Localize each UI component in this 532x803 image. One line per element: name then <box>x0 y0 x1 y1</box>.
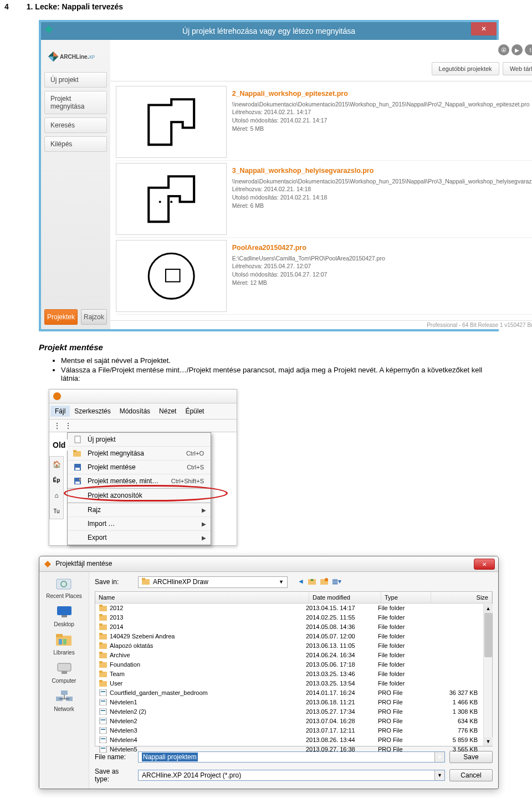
file-row[interactable]: Névtelen2 (2)2013.05.27. 17:34PRO File1 … <box>95 707 492 717</box>
rss-icon[interactable]: ⦿ <box>498 44 509 55</box>
menu-modositas[interactable]: Módosítás <box>115 406 155 417</box>
file-row[interactable]: 20122013.04.15. 14:17File folder <box>95 603 492 613</box>
chevron-down-icon[interactable]: ▼ <box>434 752 444 762</box>
close-icon: ✕ <box>482 561 487 567</box>
file-row[interactable]: 20142014.05.08. 14:36File folder <box>95 622 492 632</box>
file-row[interactable]: Archive2014.06.24. 16:34File folder <box>95 651 492 660</box>
up-folder-icon[interactable] <box>308 577 316 587</box>
project-item[interactable]: 2_Nappali_workshop_epiteszet.pro\\newrod… <box>116 84 532 161</box>
save-as-type-field[interactable]: ARCHline.XP 2014 Project (*.pro) ▼ <box>138 770 445 781</box>
file-row[interactable]: 20132014.02.25. 11:55File folder <box>95 613 492 622</box>
col-size[interactable]: Size <box>431 592 492 603</box>
menu-fajl[interactable]: Fájl <box>50 406 70 417</box>
project-size: Méret: 12 MB <box>232 279 532 287</box>
youtube-icon[interactable]: ▶ <box>511 44 523 55</box>
svg-rect-52 <box>99 652 103 654</box>
room-icon[interactable]: ⌂ <box>51 490 62 501</box>
file-name: 140429 Szebeni Andrea <box>110 633 175 640</box>
bullet-2: Válassza a File/Projekt mentése mint…/Pr… <box>61 366 499 382</box>
file-name: Névtelen4 <box>110 736 137 743</box>
file-date: 2014.01.17. 16:24 <box>306 689 378 696</box>
file-name: Névtelen2 <box>110 718 137 724</box>
file-row[interactable]: Névtelen42013.08.26. 13:44PRO File5 859 … <box>95 735 492 745</box>
chevron-down-icon[interactable]: ▼ <box>279 579 284 585</box>
file-row[interactable]: Névtelen22013.07.04. 16:28PRO File634 KB <box>95 717 492 726</box>
save-in-field[interactable]: ARCHlineXP Draw ▼ <box>138 576 288 588</box>
file-row[interactable]: 140429 Szebeni Andrea2014.05.07. 12:00Fi… <box>95 632 492 641</box>
place-item[interactable]: Recent Places <box>46 575 81 599</box>
tu-icon[interactable]: Tu <box>51 505 62 516</box>
app-ball-icon[interactable] <box>53 392 62 401</box>
home-icon[interactable]: 🏠 <box>51 459 62 470</box>
sidebar-new-project[interactable]: Új projekt <box>44 72 107 88</box>
menu-szerkesztes[interactable]: Szerkesztés <box>70 406 115 417</box>
menu-item[interactable]: Projekt mentéseCtrl+S <box>68 461 211 474</box>
ep-icon[interactable]: Ép <box>51 474 62 485</box>
scrollbar[interactable]: ▲ ▼ <box>483 604 492 746</box>
scroll-up-icon[interactable]: ▲ <box>484 604 493 613</box>
menu-epulet[interactable]: Épület <box>181 406 208 417</box>
close-button[interactable]: ✕ <box>471 22 497 35</box>
place-item[interactable]: Computer <box>52 660 76 684</box>
tab-web-storage[interactable]: Web tárhely <box>503 62 532 75</box>
file-row[interactable]: User2013.03.25. 13:54File folder <box>95 679 492 688</box>
footer-rajzok-button[interactable]: Rajzok <box>81 309 107 325</box>
place-label: Network <box>54 706 74 712</box>
menu-item-icon <box>72 491 83 500</box>
project-item[interactable]: 3_Nappali_workshop_helyisegvarazslo.pro\… <box>116 161 532 238</box>
footer-projektek-button[interactable]: Projektek <box>44 309 78 325</box>
folder-icon <box>99 679 108 687</box>
file-date: 2014.05.08. 14:36 <box>306 623 378 630</box>
file-row[interactable]: Foundation2013.05.06. 17:18File folder <box>95 660 492 669</box>
place-item[interactable]: Desktop <box>54 603 74 627</box>
view-menu-icon[interactable]: ▦▾ <box>332 577 341 587</box>
menu-item[interactable]: Projekt megnyitásaCtrl+O <box>68 447 211 461</box>
chevron-down-icon[interactable]: ▼ <box>434 770 444 780</box>
sidebar-search[interactable]: Keresés <box>44 117 107 133</box>
new-folder-icon[interactable] <box>320 577 329 587</box>
sidebar-quit[interactable]: Kilépés <box>44 136 107 152</box>
toolbar-icon[interactable]: ⋮ <box>53 421 62 430</box>
file-row[interactable]: Alapozó oktatás2013.06.13. 11:05File fol… <box>95 641 492 651</box>
file-row[interactable]: Névtelen32013.07.17. 12:11PRO File776 KB <box>95 726 492 735</box>
page-chapter-title: 1. Lecke: Nappali tervezés <box>27 2 123 11</box>
place-item[interactable]: Libraries <box>53 632 74 656</box>
project-item[interactable]: PoolArea20150427.proE:\CadlineUsers\Cami… <box>116 238 532 315</box>
col-name[interactable]: Name <box>95 592 309 603</box>
scroll-down-icon[interactable]: ▼ <box>484 737 493 746</box>
file-size: 36 327 KB <box>428 689 489 696</box>
menu-item[interactable]: Projekt azonosítók <box>68 488 211 503</box>
menu-item[interactable]: Új projekt <box>68 433 211 447</box>
scroll-thumb[interactable] <box>484 613 492 657</box>
filename-field[interactable]: Nappali projektem ▼ <box>138 751 445 763</box>
menu-item-label: Projekt megnyitása <box>88 449 186 457</box>
cancel-button[interactable]: Cancel <box>449 769 493 781</box>
menu-item[interactable]: Projekt mentése, mint…Ctrl+Shift+S <box>68 474 211 488</box>
menu-item[interactable]: Export▶ <box>68 531 211 545</box>
file-type: PRO File <box>378 736 428 743</box>
col-type[interactable]: Type <box>381 592 431 603</box>
menu-nezet[interactable]: Nézet <box>155 406 181 417</box>
file-type: File folder <box>378 652 428 658</box>
file-date: 2013.06.13. 11:05 <box>306 642 378 649</box>
project-created: Létrehozva: 2014.02.21. 14:18 <box>232 185 532 193</box>
sidebar-open-project[interactable]: Projekt megnyitása <box>44 91 107 114</box>
toolbar-icon[interactable]: ⋮ <box>64 421 73 430</box>
folder-icon <box>142 578 150 586</box>
section-heading: Projekt mentése <box>39 342 499 352</box>
menu-item[interactable]: Import …▶ <box>68 517 211 531</box>
back-icon[interactable]: ◄ <box>298 577 304 587</box>
twitter-icon[interactable]: t <box>525 44 532 55</box>
filename-label: File name: <box>95 753 134 761</box>
file-row[interactable]: Névtelen12013.06.18. 11:21PRO File1 466 … <box>95 698 492 707</box>
file-row[interactable]: Courtfield_garden_master_bedroom2014.01.… <box>95 688 492 698</box>
tab-recent-projects[interactable]: Legutóbbi projektek <box>432 62 499 75</box>
place-item[interactable]: Network <box>54 688 74 712</box>
file-date: 2013.08.26. 13:44 <box>306 736 378 743</box>
menu-item[interactable]: Rajz▶ <box>68 503 211 517</box>
svg-rect-65 <box>100 718 106 724</box>
svg-rect-56 <box>99 671 103 673</box>
col-date[interactable]: Date modified <box>309 592 381 603</box>
file-row[interactable]: Team2013.03.25. 13:46File folder <box>95 669 492 679</box>
close-button[interactable]: ✕ <box>474 559 495 570</box>
